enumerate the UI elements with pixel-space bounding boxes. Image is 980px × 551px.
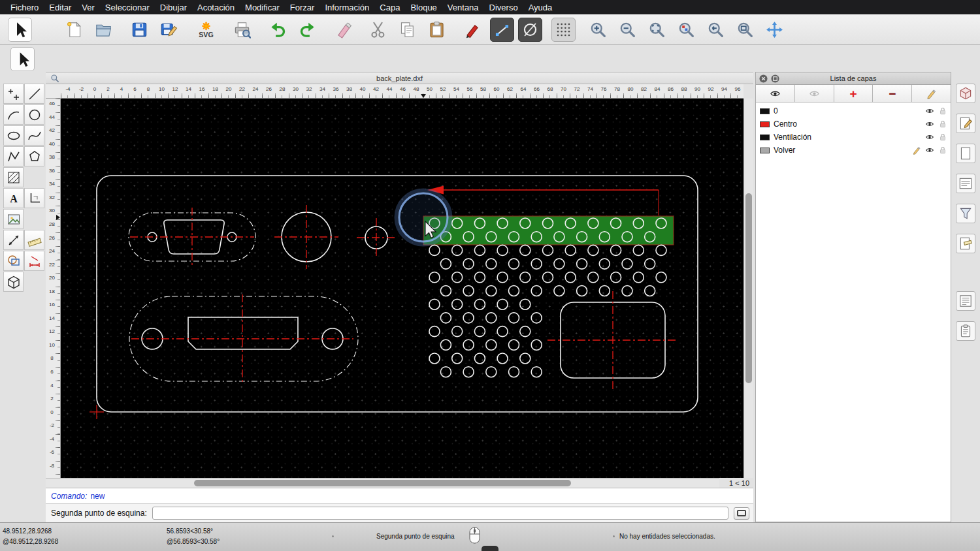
select-arrow-button[interactable] (10, 47, 35, 71)
menu-item-bloque[interactable]: Bloque (405, 3, 442, 12)
show-all-layers-button[interactable] (756, 85, 795, 102)
menu-item-capa[interactable]: Capa (374, 3, 405, 12)
menu-item-seleccionar[interactable]: Seleccionar (100, 3, 155, 12)
dimension-tool[interactable] (3, 230, 24, 250)
dimred-tool[interactable] (24, 251, 44, 271)
add-layer-button[interactable]: + (834, 85, 874, 102)
circle-tool[interactable] (24, 104, 44, 125)
ellipse-tool[interactable] (3, 125, 24, 146)
zoom-out-button[interactable] (615, 18, 640, 42)
menu-item-fichero[interactable]: Fichero (5, 3, 44, 12)
modify-tool[interactable] (3, 251, 24, 271)
status-polar-coordinates: 56.8593<30.58° (167, 527, 213, 535)
dock-list2-button[interactable] (956, 291, 975, 311)
hruler-label: 10 (159, 86, 165, 92)
layer-lock-icon[interactable] (938, 106, 947, 116)
points-tool[interactable] (3, 84, 24, 104)
layer-visibility-eye-icon[interactable] (925, 133, 934, 142)
isocube-tool[interactable] (3, 272, 24, 292)
layer-list-panel: Lista de capas +− 0CentroVentilaciónVolv… (755, 72, 951, 522)
dock-pageruler-button[interactable] (956, 234, 975, 253)
zoom-in-button[interactable] (586, 18, 610, 42)
layer-lock-icon[interactable] (938, 119, 947, 129)
line-tool[interactable] (24, 84, 44, 104)
image-tool[interactable] (3, 209, 24, 229)
menu-item-informacin[interactable]: Información (319, 3, 374, 12)
hatch-tool[interactable] (3, 167, 24, 187)
arc-tool[interactable] (3, 104, 24, 125)
menu-item-acotacin[interactable]: Acotación (192, 3, 240, 12)
zoom-window-button[interactable] (733, 18, 757, 42)
layer-row-ventilacin[interactable]: Ventilación (756, 131, 951, 144)
hruler-label: 74 (587, 86, 593, 92)
menu-item-modificar[interactable]: Modificar (240, 3, 285, 12)
command-history-label: Comando: (51, 492, 87, 501)
layer-lock-icon[interactable] (938, 133, 947, 142)
measure-tool[interactable] (24, 230, 44, 250)
cad-canvas[interactable] (61, 99, 743, 478)
layer-row-centro[interactable]: Centro (756, 118, 951, 131)
dock-clipboard-button[interactable] (956, 321, 975, 341)
select-pointer-button[interactable] (8, 18, 32, 42)
dock-list-button[interactable] (956, 174, 975, 193)
panel-float-icon[interactable] (771, 74, 779, 83)
vertical-scrollbar-thumb[interactable] (745, 193, 752, 383)
delete-button[interactable] (333, 18, 357, 42)
paste-button[interactable] (425, 18, 449, 42)
menu-item-ayuda[interactable]: Ayuda (523, 3, 558, 12)
new-file-button[interactable] (62, 18, 86, 42)
corner-tool[interactable] (24, 188, 44, 208)
menu-item-diverso[interactable]: Diverso (484, 3, 523, 12)
save-button[interactable] (127, 18, 152, 42)
hruler-label: 90 (694, 86, 700, 92)
dock-pagepencil-button[interactable] (956, 114, 975, 133)
horizontal-scrollbar[interactable] (46, 478, 719, 488)
dock-funnel-button[interactable] (956, 204, 975, 223)
polyline-tool[interactable] (3, 146, 24, 166)
vertical-scrollbar[interactable] (743, 99, 753, 478)
command-input[interactable] (152, 507, 728, 520)
menu-item-editar[interactable]: Editar (44, 3, 76, 12)
dock-cube-button[interactable] (956, 84, 975, 103)
menu-item-ver[interactable]: Ver (76, 3, 100, 12)
menu-item-dibujar[interactable]: Dibujar (155, 3, 192, 12)
svg-text:A: A (10, 193, 18, 204)
edit-layer-button[interactable] (912, 85, 951, 102)
circle-tool-button[interactable] (518, 18, 542, 42)
open-file-button[interactable] (91, 18, 116, 42)
horizontal-scrollbar-thumb[interactable] (194, 480, 571, 486)
status-selection: No hay entidades seleccionadas. (619, 533, 715, 540)
layer-row-0[interactable]: 0 (756, 104, 951, 118)
remove-layer-button[interactable]: − (873, 85, 912, 102)
line-tool-button[interactable] (490, 18, 514, 42)
text-tool[interactable]: A (3, 188, 24, 208)
spline-tool[interactable] (24, 125, 44, 146)
dock-page-button[interactable] (956, 144, 975, 163)
layer-row-volver[interactable]: Volver (756, 144, 951, 157)
menu-item-ventana[interactable]: Ventana (442, 3, 484, 12)
grid-toggle-button[interactable] (551, 18, 576, 42)
save-as-button[interactable] (157, 18, 181, 42)
layer-edit-pencil-icon[interactable] (912, 146, 921, 155)
redo-button[interactable] (295, 18, 319, 42)
layer-lock-icon[interactable] (938, 146, 947, 155)
vruler-label: 32 (46, 194, 58, 200)
cut-button[interactable] (366, 18, 390, 42)
print-preview-button[interactable] (230, 18, 254, 42)
layer-visibility-eye-icon[interactable] (925, 119, 934, 129)
command-options-button[interactable] (734, 507, 749, 520)
zoom-redraw-button[interactable] (674, 18, 698, 42)
zoom-auto-button[interactable] (645, 18, 669, 42)
zoom-previous-button[interactable] (704, 18, 728, 42)
panel-close-icon[interactable] (759, 74, 768, 83)
layer-visibility-eye-icon[interactable] (925, 146, 934, 155)
undo-button[interactable] (266, 18, 290, 42)
hide-all-layers-button[interactable] (795, 85, 834, 102)
menu-item-forzar[interactable]: Forzar (285, 3, 320, 12)
layer-visibility-eye-icon[interactable] (925, 106, 934, 116)
polygon-tool[interactable] (24, 146, 44, 166)
svg-export-button[interactable]: SVG (194, 18, 218, 42)
copy-button[interactable] (395, 18, 419, 42)
zoom-pan-button[interactable] (762, 18, 787, 42)
pen-button[interactable] (461, 18, 485, 42)
